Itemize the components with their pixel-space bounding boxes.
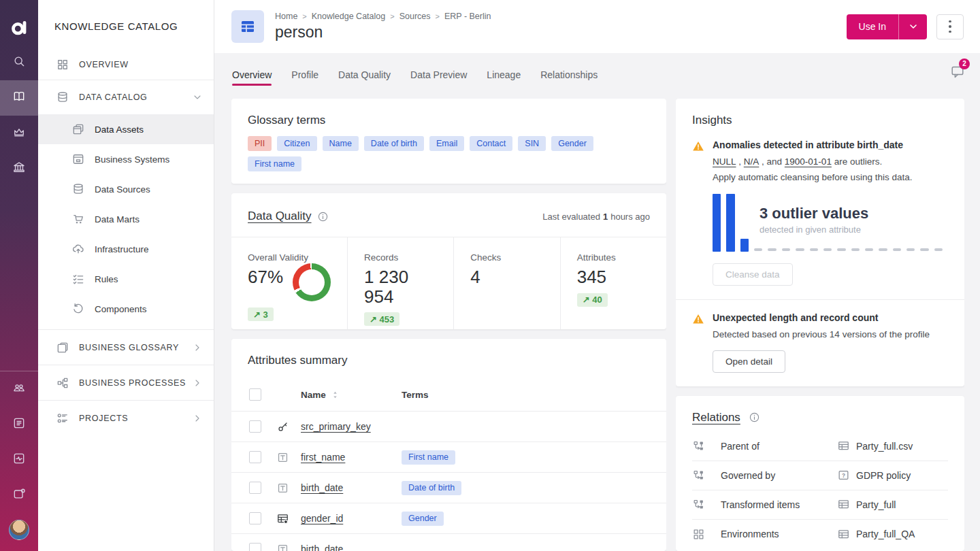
- sidebar-item-data-catalog[interactable]: DATA CATALOG: [38, 80, 214, 114]
- user-avatar[interactable]: [9, 520, 29, 540]
- sidebar-item-business-glossary[interactable]: BUSINESS GLOSSARY: [38, 329, 214, 365]
- outlier-value-link[interactable]: 1900-01-01: [785, 156, 832, 167]
- rail-button-monitor-pulse-icon[interactable]: [0, 442, 38, 478]
- sidebar-item-rules[interactable]: Rules: [38, 264, 214, 294]
- column-header-terms: Terms: [402, 390, 666, 400]
- glossary-term-tag[interactable]: Gender: [551, 136, 593, 151]
- sidebar-item-components[interactable]: Components: [38, 294, 214, 324]
- sidebar-item-label: Data Sources: [95, 184, 150, 195]
- breadcrumb-item[interactable]: Knowledge Catalog: [312, 12, 385, 21]
- chevron-right-icon: [192, 378, 203, 388]
- relations-title[interactable]: Relations: [692, 411, 740, 424]
- use-in-dropdown-button[interactable]: [898, 14, 927, 39]
- pages-icon: [56, 341, 69, 354]
- rail-button-notifications-icon[interactable]: [0, 478, 38, 513]
- workflow-icon: [692, 498, 721, 511]
- anomaly-values-line: NULL , N/A , and 1900-01-01 are outliers…: [713, 155, 948, 169]
- sidebar-item-business-processes[interactable]: BUSINESS PROCESSES: [38, 365, 214, 400]
- sort-icon[interactable]: [330, 390, 340, 400]
- glossary-term-tag[interactable]: Citizen: [277, 136, 316, 151]
- stat-checks: Checks4: [453, 237, 559, 329]
- sidebar-item-label: Data Marts: [95, 214, 140, 224]
- table-icon: [837, 439, 856, 452]
- stat-delta-badge: ↗ 40: [577, 293, 608, 307]
- attribute-name-link[interactable]: first_name: [301, 452, 402, 463]
- select-all-checkbox[interactable]: [249, 388, 261, 401]
- rail-button-bank-icon[interactable]: [0, 151, 38, 186]
- glossary-term-tag[interactable]: Email: [429, 136, 464, 151]
- use-in-button[interactable]: Use In: [847, 14, 898, 39]
- more-actions-button[interactable]: [936, 14, 964, 39]
- cloud-icon: [71, 242, 85, 256]
- tab-relationships[interactable]: Relationships: [540, 59, 598, 92]
- assets-icon: [71, 122, 85, 136]
- rail-button-people-icon[interactable]: [0, 371, 38, 407]
- kebab-icon: [949, 19, 951, 35]
- row-checkbox[interactable]: [249, 482, 261, 494]
- glossary-term-tag[interactable]: SIN: [518, 136, 546, 151]
- breadcrumb-item[interactable]: Sources: [399, 12, 431, 21]
- text-icon: [276, 482, 301, 495]
- sidebar-item-data-assets[interactable]: Data Assets: [38, 114, 214, 144]
- sidebar-item-infrastructure[interactable]: Infrastructure: [38, 234, 214, 264]
- sidebar-item-data-sources[interactable]: Data Sources: [38, 174, 214, 204]
- attributes-table: Name Terms src_primary_keyfirst_nameFirs…: [231, 378, 666, 551]
- outlier-value-link[interactable]: N/A: [744, 156, 760, 167]
- table-icon: [837, 498, 856, 511]
- anomaly-advice: Apply automatic cleansing before using t…: [713, 171, 948, 185]
- rail-button-search-icon[interactable]: [0, 45, 38, 80]
- tab-data-preview[interactable]: Data Preview: [410, 59, 467, 92]
- breadcrumb-item[interactable]: Home: [275, 12, 297, 21]
- row-checkbox[interactable]: [249, 420, 261, 433]
- tab-profile[interactable]: Profile: [291, 59, 318, 92]
- comments-button[interactable]: 2: [950, 64, 965, 82]
- content: Glossary terms PIICitizenNameDate of bir…: [214, 92, 980, 551]
- tab-bar: OverviewProfileData QualityData PreviewL…: [214, 53, 980, 92]
- relation-target-link[interactable]: Party_full: [856, 499, 948, 510]
- term-tag[interactable]: Date of birth: [402, 481, 461, 495]
- glossary-term-tag[interactable]: First name: [248, 156, 301, 171]
- info-icon[interactable]: [749, 412, 760, 423]
- tab-overview[interactable]: Overview: [232, 59, 272, 92]
- attribute-name-link[interactable]: birth_date: [301, 482, 402, 493]
- tab-lineage[interactable]: Lineage: [487, 59, 521, 92]
- placeholder-dash: [754, 248, 762, 251]
- term-tag[interactable]: Gender: [402, 512, 444, 526]
- info-icon[interactable]: [317, 211, 329, 222]
- outlier-headline: 3 outlier values: [760, 205, 868, 222]
- outlier-value-link[interactable]: NULL: [713, 156, 736, 167]
- rail-button-book-icon[interactable]: [0, 80, 38, 116]
- row-checkbox[interactable]: [249, 451, 261, 463]
- cleanse-data-button[interactable]: Cleanse data: [713, 263, 793, 286]
- rail-button-crown-icon[interactable]: [0, 116, 38, 151]
- relation-target-link[interactable]: Party_full_QA: [856, 529, 948, 539]
- relation-target-link[interactable]: Party_full.csv: [856, 441, 948, 452]
- rail-top-group: [0, 45, 38, 186]
- attribute-terms: First name: [402, 450, 666, 465]
- open-detail-button[interactable]: Open detail: [713, 350, 785, 373]
- attribute-name-link[interactable]: birth_date: [301, 544, 402, 551]
- attribute-name-link[interactable]: gender_id: [301, 513, 402, 524]
- attribute-name-link[interactable]: src_primary_key: [301, 421, 402, 432]
- brand-logo-icon[interactable]: [10, 10, 29, 45]
- stat-label: Records: [364, 252, 437, 263]
- glossary-term-tag[interactable]: Date of birth: [364, 136, 424, 151]
- stat-overall-validity: Overall Validity67%↗ 3: [231, 237, 347, 329]
- sidebar-item-data-marts[interactable]: Data Marts: [38, 204, 214, 234]
- relation-target-link[interactable]: GDPR policy: [856, 470, 948, 481]
- relation-label: Governed by: [721, 470, 837, 481]
- data-quality-title[interactable]: Data Quality: [248, 210, 312, 223]
- sidebar-item-projects[interactable]: PROJECTS: [38, 400, 214, 435]
- comments-count-badge: 2: [959, 59, 970, 69]
- system-icon: [71, 152, 85, 166]
- tab-data-quality[interactable]: Data Quality: [338, 59, 391, 92]
- rail-button-notes-icon[interactable]: [0, 407, 38, 442]
- glossary-term-tag[interactable]: Name: [323, 136, 359, 151]
- row-checkbox[interactable]: [249, 512, 261, 524]
- term-tag[interactable]: First name: [402, 450, 455, 465]
- row-checkbox[interactable]: [249, 543, 261, 551]
- sidebar-item-business-systems[interactable]: Business Systems: [38, 144, 214, 174]
- glossary-term-tag[interactable]: PII: [248, 136, 272, 151]
- sidebar-item-overview[interactable]: OVERVIEW: [38, 50, 214, 80]
- glossary-term-tag[interactable]: Contact: [470, 136, 512, 151]
